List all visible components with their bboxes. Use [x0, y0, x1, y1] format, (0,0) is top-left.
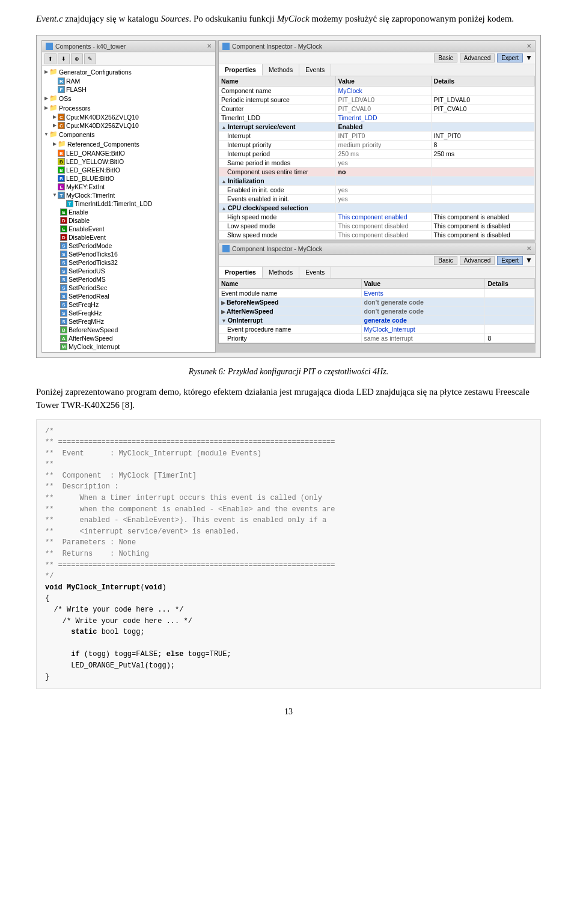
- tree-item-setperiodmode[interactable]: S SetPeriodMode: [42, 242, 215, 250]
- tree-item-cpu1[interactable]: ▶ C Cpu:MK40DX256ZVLQ10: [42, 113, 215, 121]
- tree-item-gen-config[interactable]: ▶ 📁 Generator_Configurations: [42, 67, 215, 77]
- code-if-keyword: if: [71, 650, 79, 658]
- tree-item-setticks32[interactable]: S SetPeriodTicks32: [42, 258, 215, 267]
- bottom-cell-name-bns: ▶BeforeNewSpeed: [219, 297, 361, 306]
- bottom-advanced-btn[interactable]: Advanced: [460, 256, 495, 265]
- bottom-expert-btn[interactable]: Expert: [497, 256, 523, 265]
- bottom-inspector-menu-icon[interactable]: ▼: [525, 256, 533, 264]
- tree-item-setperiodsec[interactable]: S SetPeriodSec: [42, 284, 215, 292]
- tree-item-led-green[interactable]: B LED_GREEN:BitIO: [42, 166, 215, 174]
- bottom-cell-value-ep: MyClock_Interrupt: [361, 324, 485, 333]
- tree-item-setperiodus[interactable]: S SetPeriodUS: [42, 267, 215, 275]
- top-cell-detail-highspeed: This component is enabled: [431, 212, 534, 221]
- tree-item-cpu2[interactable]: ▶ C Cpu:MK40DX256ZVLQ10: [42, 121, 215, 130]
- top-cell-detail-init: [431, 176, 534, 185]
- tree-item-led-orange[interactable]: B LED_ORANGE:BitIO: [42, 149, 215, 157]
- top-row-cpu-section[interactable]: ▲CPU clock/speed selection: [219, 203, 535, 212]
- icon-cpu1: C: [58, 114, 65, 121]
- top-inspector-close[interactable]: ✕: [527, 43, 531, 49]
- top-inspector: Component Inspector - MyClock ✕ Basic Ad…: [218, 40, 536, 240]
- top-cell-detail-cn: [431, 86, 534, 95]
- bottom-row-beforenewspeed[interactable]: ▶BeforeNewSpeed don't generate code: [219, 297, 535, 306]
- bottom-tab-methods[interactable]: Methods: [263, 267, 299, 278]
- tree-item-ram[interactable]: R RAM: [42, 77, 215, 85]
- panels-wrapper: Components - k40_tower ✕ ⬆ ⬇ ⊕ ✎ ▶ 📁 Gen…: [41, 40, 536, 353]
- top-row-interrupt-section[interactable]: ▲Interrupt service/event Enabled: [219, 122, 535, 131]
- tree-item-setticks16[interactable]: S SetPeriodTicks16: [42, 250, 215, 258]
- top-tab-properties[interactable]: Properties: [219, 64, 263, 76]
- tree-item-beforenewspeed[interactable]: B BeforeNewSpeed: [42, 326, 215, 334]
- tree-item-processors[interactable]: ▶ 📁 Processors: [42, 103, 215, 113]
- toolbar-btn-2[interactable]: ⬇: [58, 53, 70, 64]
- tree-item-setfreqmhz[interactable]: S SetFreqMHz: [42, 317, 215, 326]
- top-tab-events[interactable]: Events: [299, 64, 331, 76]
- tree-item-setperiodms[interactable]: S SetPeriodMS: [42, 275, 215, 284]
- tree-item-enableevent[interactable]: E EnableEvent: [42, 225, 215, 233]
- tree-item-mykey[interactable]: E MyKEY:ExtInt: [42, 183, 215, 191]
- bottom-row-event-proc[interactable]: Event procedure name MyClock_Interrupt: [219, 324, 535, 333]
- tree-item-flash[interactable]: F FLASH: [42, 85, 215, 94]
- top-row-component-name[interactable]: Component name MyClock: [219, 86, 535, 95]
- top-row-slow-speed[interactable]: Slow speed mode This component disabled …: [219, 230, 535, 239]
- top-row-low-speed[interactable]: Low speed mode This component disabled T…: [219, 221, 535, 230]
- top-inspector-menu-icon[interactable]: ▼: [525, 53, 533, 62]
- tree-item-enable[interactable]: E Enable: [42, 208, 215, 216]
- top-row-periodic[interactable]: Periodic interrupt source PIT_LDVAL0 PIT…: [219, 95, 535, 104]
- label-cpu2: Cpu:MK40DX256ZVLQ10: [66, 122, 139, 129]
- tree-item-oss[interactable]: ▶ 📁 OSs: [42, 94, 215, 103]
- icon-setperiodmode: S: [60, 242, 67, 249]
- top-row-same-period[interactable]: Same period in modes yes: [219, 158, 535, 167]
- icon-setticks32: S: [60, 259, 67, 266]
- left-panel-close[interactable]: ✕: [207, 43, 212, 49]
- tree-item-disableevent[interactable]: D DisableEvent: [42, 233, 215, 242]
- tree-item-components[interactable]: ▼ 📁 Components: [42, 130, 215, 139]
- top-row-interrupt[interactable]: Interrupt INT_PIT0 INT_PIT0: [219, 131, 535, 140]
- screenshot: Components - k40_tower ✕ ⬆ ⬇ ⊕ ✎ ▶ 📁 Gen…: [36, 35, 541, 358]
- tree-item-myclock[interactable]: ▼ T MyClock:TimerInt: [42, 191, 215, 199]
- bottom-row-oninterrupt[interactable]: ▼OnInterrupt generate code: [219, 315, 535, 324]
- demo-paragraph: Poniżej zaprezentowano program demo, któ…: [36, 385, 541, 412]
- toolbar-btn-4[interactable]: ✎: [84, 53, 96, 64]
- top-row-events-init[interactable]: Events enabled in init. yes: [219, 194, 535, 203]
- top-row-init-section[interactable]: ▲Initialization: [219, 176, 535, 185]
- top-tab-methods[interactable]: Methods: [263, 64, 299, 76]
- top-row-counter[interactable]: Counter PIT_CVAL0 PIT_CVAL0: [219, 104, 535, 113]
- code-static-keyword: static: [71, 628, 97, 636]
- top-row-entire-timer[interactable]: Component uses entire timer no: [219, 167, 535, 176]
- label-led-blue: LED_BLUE:BitIO: [66, 175, 114, 182]
- top-basic-btn[interactable]: Basic: [434, 53, 457, 62]
- top-row-high-speed[interactable]: High speed mode This component enabled T…: [219, 212, 535, 221]
- toolbar-btn-3[interactable]: ⊕: [71, 53, 83, 64]
- bottom-tab-properties[interactable]: Properties: [219, 267, 263, 278]
- bottom-basic-btn[interactable]: Basic: [434, 256, 457, 265]
- tree-item-myclock-interrupt[interactable]: M MyClock_Interrupt: [42, 342, 215, 351]
- label-setfreqmhz: SetFreqMHz: [69, 318, 104, 325]
- bottom-row-afternewspeed[interactable]: ▶AfterNewSpeed don't generate code: [219, 306, 535, 315]
- bottom-inspector-close[interactable]: ✕: [527, 245, 531, 252]
- top-cell-detail-int: INT_PIT0: [431, 131, 534, 140]
- tree-item-timerintldd[interactable]: T TimerIntLdd1:TimerInt_LDD: [42, 199, 215, 208]
- top-advanced-btn[interactable]: Advanced: [460, 53, 495, 62]
- bottom-row-priority[interactable]: Priority same as interrupt 8: [219, 333, 535, 342]
- bottom-row-event-module[interactable]: Event module name Events: [219, 288, 535, 297]
- top-expert-btn[interactable]: Expert: [497, 53, 523, 62]
- tree-item-setfreqhz[interactable]: S SetFreqHz: [42, 300, 215, 309]
- tree-item-setfreqkhz[interactable]: S SetFreqkHz: [42, 309, 215, 317]
- tree-item-led-blue[interactable]: B LED_BLUE:BitIO: [42, 174, 215, 183]
- top-col-value: Value: [335, 76, 431, 87]
- bottom-cell-value-bns: don't generate code: [361, 297, 485, 306]
- tree-item-disable[interactable]: D Disable: [42, 216, 215, 225]
- toolbar-btn-1[interactable]: ⬆: [44, 53, 56, 64]
- top-cell-value-highspeed: This component enabled: [335, 212, 431, 221]
- top-row-enabled-init[interactable]: Enabled in init. code yes: [219, 185, 535, 194]
- arrow-led-blue: [52, 175, 58, 181]
- top-row-timerintldd[interactable]: TimerInt_LDD TimerInt_LDD: [219, 113, 535, 122]
- top-cell-value-lowspeed: This component disabled: [335, 221, 431, 230]
- tree-item-led-yellow[interactable]: B LED_YELLOW:BitIO: [42, 157, 215, 166]
- top-row-int-period[interactable]: Interrupt period 250 ms 250 ms: [219, 149, 535, 158]
- bottom-tab-events[interactable]: Events: [299, 267, 331, 278]
- tree-item-afternewspeed[interactable]: A AfterNewSpeed: [42, 334, 215, 342]
- tree-item-setperiodreal[interactable]: S SetPeriodReal: [42, 292, 215, 300]
- tree-item-ref-comp[interactable]: ▶ 📁 Referenced_Components: [42, 139, 215, 149]
- top-row-int-priority[interactable]: Interrupt priority medium priority 8: [219, 140, 535, 149]
